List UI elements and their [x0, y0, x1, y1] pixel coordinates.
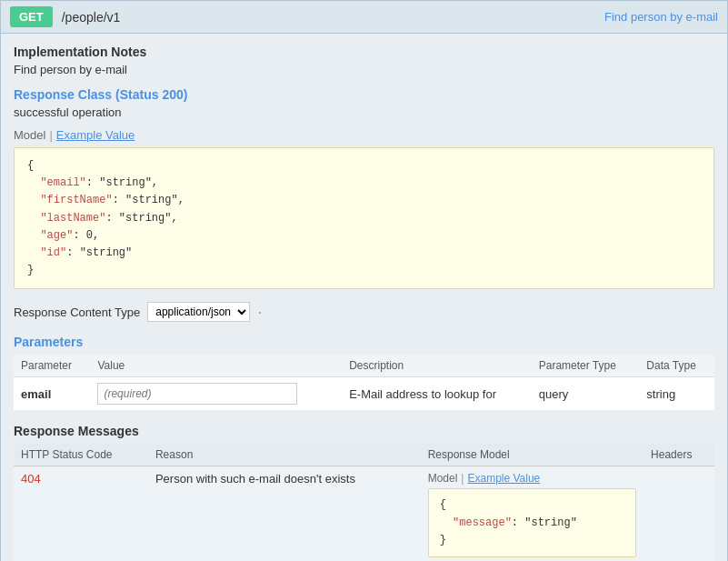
- model-tab-example-value[interactable]: Example Value: [56, 128, 135, 142]
- json-line-6: "id": "string": [27, 245, 701, 262]
- params-table-header-row: Parameter Value Description Parameter Ty…: [14, 355, 714, 377]
- json-line-3: "firstName": "string",: [27, 192, 701, 209]
- divider-dot: ·: [257, 303, 265, 322]
- response-class-title: Response Class (Status 200): [14, 87, 714, 102]
- response-content-type-label: Response Content Type: [14, 306, 140, 319]
- col-parameter-type: Parameter Type: [532, 355, 640, 377]
- table-row: email E-Mail address to lookup for query…: [14, 377, 714, 411]
- json-line-5: "age": 0,: [27, 227, 701, 245]
- parameters-table: Parameter Value Description Parameter Ty…: [14, 355, 714, 411]
- response-messages-title: Response Messages: [14, 424, 714, 438]
- api-endpoint-panel: GET /people/v1 Find person by e-mail Imp…: [0, 0, 728, 561]
- http-method-badge: GET: [10, 6, 53, 27]
- parameters-title: Parameters: [14, 335, 714, 349]
- json-example-block: { "email": "string", "firstName": "strin…: [14, 147, 714, 289]
- col-value: Value: [90, 355, 342, 377]
- col-description: Description: [342, 355, 532, 377]
- response-content-type-select[interactable]: application/json application/xml text/pl…: [147, 302, 250, 322]
- json-line-1: {: [27, 157, 701, 175]
- model-tab-separator: |: [49, 128, 52, 142]
- col-parameter: Parameter: [14, 355, 90, 377]
- main-content: Implementation Notes Find person by e-ma…: [1, 34, 727, 561]
- model-tab-model-label[interactable]: Model: [14, 128, 45, 142]
- json-line-7: }: [27, 262, 701, 279]
- reason-404: Person with such e-mail doesn't exists: [148, 466, 421, 561]
- nested-example-value[interactable]: Example Value: [467, 472, 540, 485]
- model-tabs: Model | Example Value: [14, 128, 714, 142]
- param-type-email: query: [532, 377, 640, 411]
- table-row: 404 Person with such e-mail doesn't exis…: [14, 466, 714, 561]
- param-value-email-input[interactable]: [97, 383, 297, 405]
- endpoint-path: /people/v1: [62, 10, 121, 25]
- response-class-status: successful operation: [14, 105, 714, 119]
- param-desc-email: E-Mail address to lookup for: [349, 387, 496, 401]
- nested-model-tabs: Model | Example Value: [428, 472, 636, 485]
- implementation-notes-desc: Find person by e-mail: [14, 63, 714, 76]
- find-person-link[interactable]: Find person by e-mail: [604, 10, 718, 24]
- nested-json-block: { "message": "string" }: [428, 488, 636, 557]
- implementation-notes-title: Implementation Notes: [14, 45, 714, 59]
- json-line-4: "lastName": "string",: [27, 210, 701, 227]
- header-left: GET /people/v1: [10, 6, 120, 27]
- col-headers: Headers: [643, 444, 714, 466]
- response-messages-table: HTTP Status Code Reason Response Model H…: [14, 444, 714, 561]
- response-table-header-row: HTTP Status Code Reason Response Model H…: [14, 444, 714, 466]
- col-data-type: Data Type: [639, 355, 714, 377]
- col-response-model: Response Model: [421, 444, 643, 466]
- headers-cell: [643, 466, 714, 561]
- param-name-email: email: [21, 387, 51, 401]
- nested-json-line-1: {: [440, 496, 624, 514]
- nested-json-line-2: "message": "string": [440, 515, 624, 532]
- response-content-type-row: Response Content Type application/json a…: [14, 302, 714, 322]
- json-line-2: "email": "string",: [27, 175, 701, 192]
- header-bar: GET /people/v1 Find person by e-mail: [1, 1, 727, 34]
- response-model-cell: Model | Example Value { "message": "stri…: [421, 466, 643, 561]
- col-http-status: HTTP Status Code: [14, 444, 148, 466]
- col-reason: Reason: [148, 444, 421, 466]
- nested-separator: |: [461, 472, 464, 485]
- nested-json-line-3: }: [440, 532, 624, 549]
- nested-model-label[interactable]: Model: [428, 472, 458, 485]
- status-code-404: 404: [21, 472, 41, 486]
- data-type-email: string: [639, 377, 714, 411]
